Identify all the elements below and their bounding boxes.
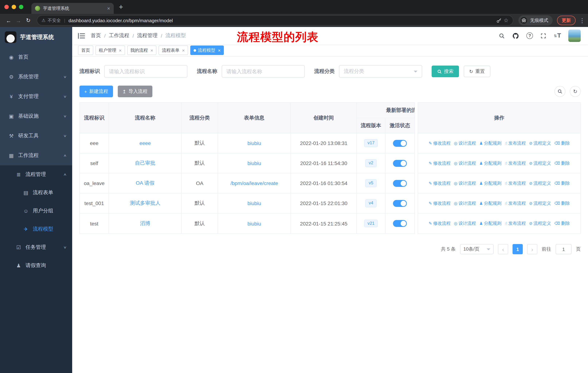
update-button[interactable]: 更新: [557, 16, 576, 25]
sidebar-item-process-manage[interactable]: ≣流程管理∧: [0, 165, 72, 184]
create-process-button[interactable]: + 新建流程: [79, 86, 113, 97]
help-icon[interactable]: ?: [526, 32, 533, 39]
active-toggle[interactable]: [393, 160, 407, 167]
github-icon[interactable]: [512, 32, 519, 39]
process-name-input[interactable]: [222, 65, 305, 78]
password-key-icon[interactable]: [496, 18, 501, 23]
font-size-icon[interactable]: ⇅T: [554, 32, 561, 39]
action-design-link[interactable]: ◎设计流程: [454, 160, 476, 166]
tag-流程表单[interactable]: 流程表单×: [158, 46, 188, 55]
form-info-link[interactable]: biubiu: [248, 200, 261, 206]
sidebar-item-process-model[interactable]: ✈流程模型: [0, 220, 72, 238]
sidebar-item-task-manage[interactable]: ☑任务管理∨: [0, 238, 72, 256]
bookmark-star-icon[interactable]: ☆: [504, 17, 509, 24]
toggle-search-button[interactable]: [555, 86, 565, 97]
sidebar-item-dev-tools[interactable]: ⚒研发工具∨: [0, 126, 72, 146]
window-close-button[interactable]: [4, 5, 9, 9]
back-button[interactable]: ←: [4, 17, 13, 23]
action-assign-link[interactable]: ♟分配规则: [479, 200, 501, 206]
next-page-button[interactable]: ›: [527, 244, 537, 254]
action-publish-link[interactable]: ☝发布流程: [505, 160, 526, 166]
tab-close-icon[interactable]: ×: [107, 5, 110, 11]
action-assign-link[interactable]: ♟分配规则: [479, 140, 501, 146]
form-info-link[interactable]: biubiu: [248, 160, 261, 166]
action-design-link[interactable]: ◎设计流程: [454, 140, 476, 146]
active-toggle[interactable]: [393, 180, 407, 187]
action-assign-link[interactable]: ♟分配规则: [479, 180, 501, 186]
sidebar-item-payment-manage[interactable]: ¥支付管理∨: [0, 87, 72, 106]
action-publish-link[interactable]: ☝发布流程: [505, 220, 526, 227]
reload-button[interactable]: ↻: [23, 17, 33, 24]
action-delete-link[interactable]: ⌫删除: [554, 220, 570, 227]
action-delete-link[interactable]: ⌫删除: [554, 160, 570, 166]
breadcrumb-item[interactable]: 工作流程: [109, 32, 129, 39]
fullscreen-icon[interactable]: [540, 33, 546, 39]
category-select[interactable]: 流程分类: [339, 65, 422, 78]
tag-首页[interactable]: 首页: [78, 46, 93, 55]
breadcrumb-item[interactable]: 首页: [91, 32, 101, 39]
tag-close-icon[interactable]: ×: [150, 48, 153, 53]
form-info-link[interactable]: biubiu: [248, 221, 261, 226]
action-edit-link[interactable]: ✎修改流程: [429, 220, 451, 227]
action-definition-link[interactable]: ⊘流程定义: [529, 160, 551, 166]
active-toggle[interactable]: [393, 220, 407, 227]
action-assign-link[interactable]: ♟分配规则: [479, 160, 501, 166]
sidebar-toggle-icon[interactable]: [78, 33, 85, 39]
user-avatar[interactable]: [568, 30, 581, 42]
new-tab-button[interactable]: +: [119, 3, 123, 10]
action-design-link[interactable]: ◎设计流程: [454, 180, 476, 186]
goto-page-input[interactable]: [556, 244, 572, 254]
action-publish-link[interactable]: ☝发布流程: [505, 200, 526, 206]
sidebar-item-system-manage[interactable]: ⚙系统管理∨: [0, 67, 72, 87]
forward-button[interactable]: →: [13, 17, 23, 23]
active-toggle[interactable]: [393, 140, 407, 147]
search-icon[interactable]: [499, 33, 505, 39]
form-info-link[interactable]: /bpm/oa/leave/create: [230, 180, 278, 186]
action-edit-link[interactable]: ✎修改流程: [429, 140, 451, 146]
process-key-input[interactable]: [104, 65, 187, 78]
action-definition-link[interactable]: ⊘流程定义: [529, 180, 551, 186]
sidebar-item-user-group[interactable]: ☺用户分组: [0, 202, 72, 220]
action-design-link[interactable]: ◎设计流程: [454, 200, 476, 206]
import-process-button[interactable]: ↥ 导入流程: [117, 86, 152, 97]
page-size-select[interactable]: 10条/页: [460, 244, 494, 254]
window-zoom-button[interactable]: [19, 5, 23, 9]
browser-tab[interactable]: 芋道管理系统 ×: [31, 3, 114, 14]
sidebar-item-home[interactable]: ◉首页: [0, 47, 72, 67]
tag-租户管理[interactable]: 租户管理×: [95, 46, 125, 55]
action-delete-link[interactable]: ⌫删除: [554, 140, 570, 146]
action-edit-link[interactable]: ✎修改流程: [429, 200, 451, 206]
process-name-link[interactable]: eeee: [139, 140, 151, 146]
process-name-link[interactable]: 自己审批: [135, 160, 155, 166]
action-delete-link[interactable]: ⌫删除: [554, 200, 570, 206]
action-design-link[interactable]: ◎设计流程: [454, 220, 476, 227]
search-button[interactable]: 搜索: [432, 66, 459, 77]
form-info-link[interactable]: biubiu: [248, 140, 261, 146]
tag-我的流程[interactable]: 我的流程×: [127, 46, 156, 55]
process-name-link[interactable]: 滔博: [140, 220, 150, 227]
tag-close-icon[interactable]: ×: [218, 48, 221, 53]
process-name-link[interactable]: 测试多审批人: [130, 200, 160, 207]
action-definition-link[interactable]: ⊘流程定义: [529, 200, 551, 206]
sidebar-item-infrastructure[interactable]: ▣基础设施∨: [0, 106, 72, 126]
address-bar[interactable]: ⚠ 不安全 | dashboard.yudao.iocoder.cn/bpm/m…: [37, 15, 513, 26]
prev-page-button[interactable]: ‹: [498, 244, 508, 254]
tag-close-icon[interactable]: ×: [182, 48, 185, 53]
sidebar-item-workflow[interactable]: ▦工作流程∧: [0, 146, 72, 165]
action-assign-link[interactable]: ♟分配规则: [479, 220, 501, 227]
browser-menu-icon[interactable]: ⋮: [579, 17, 584, 24]
tag-流程模型[interactable]: 流程模型×: [190, 46, 224, 55]
sidebar-item-leave-query[interactable]: ♟请假查询: [0, 256, 72, 275]
page-number-button[interactable]: 1: [513, 244, 523, 254]
action-publish-link[interactable]: ☝发布流程: [505, 140, 526, 146]
window-minimize-button[interactable]: [12, 5, 16, 9]
process-name-link[interactable]: OA 请假: [136, 180, 155, 186]
breadcrumb-item[interactable]: 流程管理: [137, 32, 158, 39]
action-definition-link[interactable]: ⊘流程定义: [529, 140, 551, 146]
action-publish-link[interactable]: ☝发布流程: [505, 180, 526, 186]
reset-button[interactable]: ↻ 重置: [464, 66, 490, 77]
action-edit-link[interactable]: ✎修改流程: [429, 160, 451, 166]
active-toggle[interactable]: [393, 200, 407, 207]
action-edit-link[interactable]: ✎修改流程: [429, 180, 451, 186]
sidebar-item-process-form[interactable]: ▤流程表单: [0, 184, 72, 202]
